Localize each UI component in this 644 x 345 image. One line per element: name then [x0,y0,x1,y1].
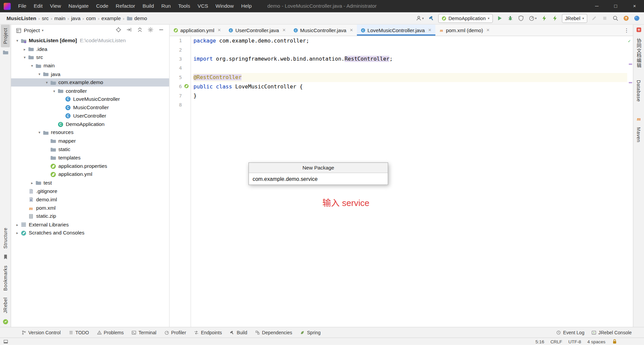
updates[interactable] [622,14,630,22]
toolwindow-endpoints[interactable]: Endpoints [194,330,222,335]
line-number[interactable]: 1 [170,38,182,44]
menu-vcs[interactable]: VCS [194,0,212,12]
tree-item-application.properties[interactable]: application.properties [11,162,169,170]
tree-item-main[interactable]: ▾main [11,62,169,70]
tree-item-usercontroller[interactable]: CUserController [11,112,169,120]
breadcrumb-demo[interactable]: demo [125,15,148,21]
project-panel-title[interactable]: Project [24,27,40,33]
breadcrumb-musiclisten[interactable]: MusicListen [5,15,38,21]
line-number[interactable]: 6 [170,84,182,89]
tree-open-arrow-icon[interactable]: ▾ [51,89,58,93]
profiler-button[interactable]: ▾ [528,14,537,22]
search-everywhere[interactable] [611,14,619,22]
code-line-6[interactable]: public class LoveMusicController { [194,82,627,91]
tree-item-lovemusiccontroller[interactable]: CLoveMusicController [11,95,169,104]
code-line-4[interactable] [194,64,627,73]
toolwindow-jrebel-console[interactable]: JRebel Console [591,330,632,335]
code-line-8[interactable] [194,100,627,110]
tab-lovemusiccontroller.java[interactable]: CLoveMusicController.java✕ [357,24,435,36]
minimize-button[interactable]: ─ [587,0,606,12]
stop-disabled[interactable] [601,14,608,22]
scroll-from-source-button[interactable] [126,27,132,34]
toggle-toolwindows-icon[interactable] [3,339,8,344]
toolwindow-dependencies[interactable]: Dependencies [255,330,292,335]
breadcrumb-src[interactable]: src [41,15,50,21]
line-number[interactable]: 4 [170,65,182,71]
menu-edit[interactable]: Edit [30,0,46,12]
menu-view[interactable]: View [46,0,65,12]
tree-item-demoapplication[interactable]: CDemoApplication [11,120,169,129]
toolwindow-spring[interactable]: Spring [300,330,321,335]
file-encoding[interactable]: UTF-8 [568,339,581,344]
tree-item-java[interactable]: ▾java [11,70,169,78]
menu-tools[interactable]: Tools [174,0,194,12]
line-number[interactable]: 5 [170,75,182,80]
tree-open-arrow-icon[interactable]: ▾ [21,55,28,59]
tool-tab-maven[interactable]: Maven [634,124,643,146]
run-configuration[interactable]: DemoApplication▾ [438,14,493,23]
menu-run[interactable]: Run [158,0,174,12]
tree-item-application.yml[interactable]: application.yml [11,170,169,179]
code-line-1[interactable]: package com.example.demo.controller; [194,36,627,45]
code-line-3[interactable]: import org.springframework.web.bind.anno… [194,55,627,64]
tree-item-src[interactable]: ▾src [11,53,169,62]
line-number[interactable]: 2 [170,47,182,53]
tree-open-arrow-icon[interactable]: ▾ [29,64,36,68]
tab-application.yml[interactable]: application.yml✕ [170,24,225,36]
close-icon[interactable]: ✕ [350,28,353,32]
tree-item-controller[interactable]: ▾controller [11,87,169,95]
breadcrumb-com[interactable]: com [85,15,97,21]
tree-closed-arrow-icon[interactable]: ▸ [14,223,21,227]
tab-musiccontroller.java[interactable]: CMusicController.java✕ [289,24,357,36]
project-view-chevron-icon[interactable]: ▾ [42,28,44,32]
hide-button[interactable] [158,27,164,34]
collapse-all-button[interactable] [137,27,143,34]
jrebel-debug[interactable] [551,14,559,22]
tree-open-arrow-icon[interactable]: ▾ [36,131,43,135]
usage-mark-icon[interactable] [629,82,632,83]
jrebel-run[interactable] [540,14,548,22]
code-line-7[interactable]: } [194,91,627,100]
tree-item-scratches-and-consoles[interactable]: ▸Scratches and Consoles [11,229,169,237]
build-project[interactable] [428,14,435,22]
settings-button[interactable] [148,27,154,34]
tool-tab-cn-plugin[interactable]: 协同文档编辑 [633,35,644,71]
tree-item-test[interactable]: ▸test [11,179,169,187]
locate-button[interactable] [115,27,121,34]
tree-item-com.example.demo[interactable]: ▾com.example.demo [11,78,169,87]
jrebel-selector[interactable]: JRebel▾ [562,14,587,23]
tab-options-icon[interactable]: ⋮ [624,24,633,36]
close-icon[interactable]: ✕ [486,28,490,32]
usage-mark-icon[interactable] [629,64,632,65]
tree-item-templates[interactable]: templates [11,154,169,162]
breadcrumb-example[interactable]: example [100,15,122,21]
toolwindow-terminal[interactable]: Terminal [131,330,156,335]
tree-item-musiccontroller[interactable]: CMusicController [11,104,169,112]
edit-disabled[interactable] [590,14,598,22]
toolwindow-profiler[interactable]: Profiler [164,330,186,335]
tree-closed-arrow-icon[interactable]: ▸ [14,231,21,235]
tool-tab-database[interactable]: Database [634,77,643,105]
breadcrumb-java[interactable]: java [70,15,82,21]
tree-item-static[interactable]: static [11,145,169,154]
line-number[interactable]: 7 [170,93,182,98]
close-button[interactable]: × [625,0,644,12]
caret-position[interactable]: 5:16 [535,339,544,344]
tree-closed-arrow-icon[interactable]: ▸ [29,181,36,185]
tree-item-resources[interactable]: ▾resources [11,129,169,137]
tree-open-arrow-icon[interactable]: ▾ [36,72,43,76]
run-button[interactable] [495,14,503,22]
tree-closed-arrow-icon[interactable]: ▸ [21,47,28,51]
menu-window[interactable]: Window [212,0,237,12]
tool-tab-jrebel[interactable]: JRebel [1,294,10,317]
editor[interactable]: 12345678 package com.example.demo.contro… [170,36,633,327]
close-icon[interactable]: ✕ [428,28,431,32]
maximize-button[interactable]: □ [606,0,625,12]
indent-style[interactable]: 4 spaces [587,339,605,344]
tool-tab-structure[interactable]: Structure [1,224,10,252]
menu-file[interactable]: File [14,0,30,12]
line-number[interactable]: 8 [170,102,182,108]
close-icon[interactable]: ✕ [282,28,286,32]
line-number[interactable]: 3 [170,56,182,62]
menu-refactor[interactable]: Refactor [112,0,139,12]
